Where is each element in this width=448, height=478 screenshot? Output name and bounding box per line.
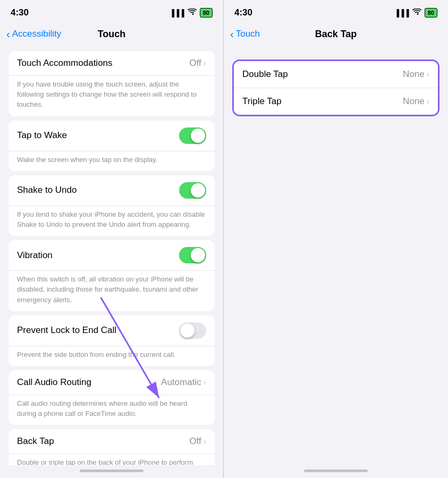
wifi-icon-left <box>188 8 197 17</box>
call-audio-row[interactable]: Call Audio Routing Automatic › <box>9 370 215 395</box>
spacer-3 <box>0 236 223 240</box>
shake-to-undo-thumb <box>191 183 205 198</box>
vibration-toggle[interactable] <box>179 247 206 263</box>
double-tap-title: Double Tap <box>242 69 288 80</box>
left-content: Touch Accommodations Off › If you have t… <box>0 47 223 465</box>
spacer-4 <box>0 311 223 315</box>
back-tap-desc-block-left: Double or triple tap on the back of your… <box>9 454 215 465</box>
prevent-lock-toggle[interactable] <box>179 322 206 339</box>
tap-to-wake-toggle[interactable] <box>179 127 206 144</box>
prevent-lock-desc: Prevent the side button from ending the … <box>17 351 175 358</box>
vibration-label: Vibration <box>17 250 179 261</box>
touch-accommodations-off: Off <box>189 58 201 69</box>
home-bar-right <box>304 470 368 472</box>
right-panel: 4:30 ▐▐▐ 80 ‹ Touch Back Tap <box>224 0 448 478</box>
call-audio-desc: Call audio routing determines where audi… <box>17 399 187 417</box>
wifi-icon-right <box>412 8 421 17</box>
spacer-5 <box>0 366 223 370</box>
status-bar-left: 4:30 ▐▐▐ 80 <box>0 0 223 23</box>
touch-accommodations-desc-block: If you have trouble using the touch scre… <box>9 76 215 116</box>
spacer-1 <box>0 116 223 121</box>
tap-to-wake-title: Tap to Wake <box>17 130 179 141</box>
battery-right: 80 <box>425 8 437 18</box>
double-tap-val: None <box>403 69 425 80</box>
tap-to-wake-thumb <box>191 129 205 143</box>
left-panel: 4:30 ▐▐▐ 80 ‹ Accessibility Touch <box>0 0 224 478</box>
back-tap-val: Off <box>189 436 201 447</box>
vibration-title: Vibration <box>17 250 179 261</box>
prevent-lock-thumb <box>180 323 195 338</box>
back-tap-row-left[interactable]: Back Tap Off › <box>9 429 215 454</box>
prevent-lock-title: Prevent Lock to End Call <box>17 325 179 336</box>
prevent-lock-desc-block: Prevent the side button from ending the … <box>9 346 215 366</box>
call-audio-label: Call Audio Routing <box>17 377 161 388</box>
touch-accommodations-title: Touch Accommodations <box>17 58 189 69</box>
tap-to-wake-label: Tap to Wake <box>17 130 179 141</box>
triple-tap-value: None › <box>403 96 429 107</box>
signal-icon-right: ▐▐▐ <box>394 9 409 17</box>
page-title-left: Touch <box>98 29 126 40</box>
touch-accommodations-section: Touch Accommodations Off › If you have t… <box>9 51 215 116</box>
shake-to-undo-section: Shake to Undo If you tend to shake your … <box>9 175 215 236</box>
prevent-lock-row[interactable]: Prevent Lock to End Call <box>9 315 215 346</box>
touch-accommodations-row[interactable]: Touch Accommodations Off › <box>9 51 215 76</box>
nav-bar-left: ‹ Accessibility Touch <box>0 23 223 47</box>
back-tap-highlight-card: Double Tap None › Triple Tap None › <box>232 59 439 116</box>
touch-accommodations-desc: If you have trouble using the touch scre… <box>17 80 197 108</box>
shake-to-undo-row[interactable]: Shake to Undo <box>9 175 215 206</box>
call-audio-val: Automatic <box>161 377 201 388</box>
back-tap-title-left: Back Tap <box>17 436 189 447</box>
back-tap-section-left: Back Tap Off › Double or triple tap on t… <box>9 429 215 465</box>
home-bar-left <box>80 470 143 472</box>
status-bar-right: 4:30 ▐▐▐ 80 <box>224 0 448 23</box>
signal-icon-left: ▐▐▐ <box>170 9 184 17</box>
touch-accommodations-chevron: › <box>204 58 206 68</box>
tap-to-wake-desc-block: Wake the screen when you tap on the disp… <box>9 151 215 171</box>
triple-tap-val: None <box>403 96 425 107</box>
vibration-desc-block: When this switch is off, all vibration o… <box>9 271 215 311</box>
back-chevron-left: ‹ <box>6 29 10 39</box>
back-button-right[interactable]: ‹ Touch <box>230 29 260 39</box>
back-button-left[interactable]: ‹ Accessibility <box>6 29 61 39</box>
back-tap-label-left: Back Tap <box>17 436 189 447</box>
prevent-lock-label: Prevent Lock to End Call <box>17 325 179 336</box>
call-audio-title: Call Audio Routing <box>17 377 161 388</box>
status-icons-left: ▐▐▐ 80 <box>170 8 213 18</box>
back-tap-value-left: Off › <box>189 436 206 447</box>
triple-tap-row[interactable]: Triple Tap None › <box>234 88 438 115</box>
back-label-left: Accessibility <box>12 29 62 39</box>
prevent-lock-section: Prevent Lock to End Call Prevent the sid… <box>9 315 215 366</box>
shake-to-undo-title: Shake to Undo <box>17 185 179 195</box>
shake-to-undo-desc: If you tend to shake your iPhone by acci… <box>17 210 205 228</box>
nav-bar-right: ‹ Touch Back Tap <box>224 23 448 47</box>
status-time-left: 4:30 <box>11 7 29 18</box>
call-audio-value: Automatic › <box>161 377 206 388</box>
back-tap-chevron-left: › <box>204 437 206 446</box>
vibration-thumb <box>191 248 205 262</box>
home-indicator-right <box>224 465 448 478</box>
shake-to-undo-desc-block: If you tend to shake your iPhone by acci… <box>9 206 215 236</box>
call-audio-chevron: › <box>204 378 206 387</box>
shake-to-undo-toggle[interactable] <box>179 182 206 199</box>
home-indicator-left <box>0 465 223 478</box>
call-audio-desc-block: Call audio routing determines where audi… <box>9 395 215 425</box>
right-content: Double Tap None › Triple Tap None › <box>224 47 448 465</box>
vibration-row[interactable]: Vibration <box>9 240 215 271</box>
double-tap-value: None › <box>403 69 429 80</box>
spacer-2 <box>0 171 223 175</box>
triple-tap-chevron: › <box>427 97 429 106</box>
status-icons-right: ▐▐▐ 80 <box>394 8 437 18</box>
touch-accommodations-label: Touch Accommodations <box>17 58 189 69</box>
touch-accommodations-value: Off › <box>189 58 206 69</box>
triple-tap-title: Triple Tap <box>242 96 282 107</box>
back-tap-desc-left: Double or triple tap on the back of your… <box>17 458 193 465</box>
tap-to-wake-section: Tap to Wake Wake the screen when you tap… <box>9 121 215 171</box>
double-tap-chevron: › <box>427 70 429 79</box>
double-tap-row[interactable]: Double Tap None › <box>234 61 438 88</box>
tap-to-wake-row[interactable]: Tap to Wake <box>9 121 215 151</box>
vibration-desc: When this switch is off, all vibration o… <box>17 275 198 303</box>
tap-to-wake-desc: Wake the screen when you tap on the disp… <box>17 156 158 164</box>
page-title-right: Back Tap <box>315 29 357 40</box>
shake-to-undo-label: Shake to Undo <box>17 185 179 195</box>
status-time-right: 4:30 <box>234 7 252 18</box>
